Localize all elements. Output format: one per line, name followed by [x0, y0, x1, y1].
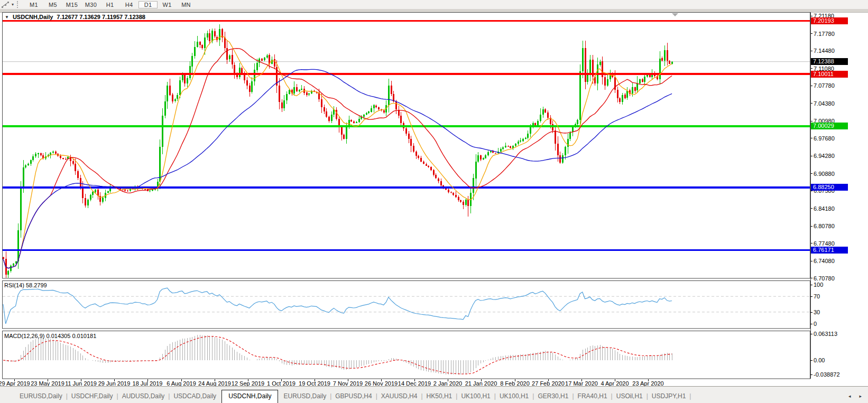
macd-tick-label: 0.063113 — [814, 331, 837, 337]
tab-xauusd-h4[interactable]: XAUUSD,H4 — [377, 390, 421, 403]
price-tick-label: 6.94280 — [814, 153, 835, 159]
rsi-tick-label: 0 — [814, 321, 817, 327]
price-tick-label: 6.70780 — [814, 275, 835, 282]
rsi-tick-label: 30 — [814, 309, 820, 315]
tab-separator: | — [689, 390, 691, 403]
chart-tab-bar: EURUSD,Daily|USDCHF,Daily|AUDUSD,Daily|U… — [0, 386, 868, 403]
price-tick-label: 6.97680 — [814, 135, 835, 142]
tab-hk50-h1[interactable]: HK50,H1 — [423, 390, 456, 403]
tab-usdcad-daily[interactable]: USDCAD,Daily — [170, 390, 220, 403]
price-tick-label: 7.07780 — [814, 82, 835, 89]
tab-usdcnh-daily[interactable]: USDCNH,Daily — [221, 390, 278, 403]
price-badge-7-12388: 7.12388 — [811, 58, 848, 65]
chart-tab-list: EURUSD,Daily|USDCHF,Daily|AUDUSD,Daily|U… — [0, 387, 691, 403]
chart-canvas[interactable] — [0, 0, 868, 403]
price-badge-7-10011: 7.10011 — [811, 71, 848, 78]
tab-scroll-right-icon[interactable]: ▸ — [859, 394, 862, 399]
tab-audusd-daily[interactable]: AUDUSD,Daily — [118, 390, 169, 403]
price-badge-7-20193: 7.20193 — [811, 17, 848, 24]
rsi-tick-label: 70 — [814, 293, 820, 299]
tab-usdjpy-h1[interactable]: USDJPY,H1 — [648, 390, 689, 403]
tab-uk100-h1[interactable]: UK100,H1 — [496, 390, 532, 403]
price-tick-label: 6.90880 — [814, 171, 835, 177]
price-tick-label: 7.04380 — [814, 100, 835, 107]
tab-ger30-h1[interactable]: GER30,H1 — [534, 390, 572, 403]
tab-scroll-left-icon[interactable]: ◂ — [848, 394, 851, 399]
tab-eurusd-daily[interactable]: EURUSD,Daily — [16, 390, 66, 403]
tab-scroll-arrows: ◂ ▸ — [848, 394, 862, 399]
macd-indicator-label: MACD(12,26,9) 0.014305 0.010181 — [4, 333, 96, 339]
price-tick-label: 7.17780 — [814, 31, 835, 37]
price-tick-label: 6.77480 — [814, 240, 835, 247]
chart-symbol-period: USDCNH,Daily — [13, 14, 53, 20]
tab-usdchf-daily[interactable]: USDCHF,Daily — [68, 390, 117, 403]
tab-eurusd-daily[interactable]: EURUSD,Daily — [280, 390, 330, 403]
chart-dropdown-icon[interactable]: ▼ — [5, 15, 9, 20]
price-tick-label: 6.74080 — [814, 258, 835, 264]
macd-tick-label: 0.00 — [814, 357, 825, 363]
tab-fra40-h1[interactable]: FRA40,H1 — [574, 390, 611, 403]
tab-gbpusd-h4[interactable]: GBPUSD,H4 — [331, 390, 375, 403]
price-badge-7-00029: 7.00029 — [811, 123, 848, 129]
price-badge-6-76171: 6.76171 — [811, 247, 848, 254]
price-badge-6-88250: 6.88250 — [811, 184, 848, 191]
tab-uk100-h1[interactable]: UK100,H1 — [457, 390, 494, 403]
chart-title: ▼ USDCNH,Daily 7.12677 7.13629 7.11957 7… — [5, 14, 145, 20]
rsi-tick-label: 100 — [814, 282, 823, 288]
price-tick-label: 7.14480 — [814, 48, 835, 54]
price-tick-label: 6.80780 — [814, 223, 835, 229]
rsi-indicator-label: RSI(14) 58.2799 — [4, 282, 47, 288]
price-tick-label: 6.84180 — [814, 205, 835, 212]
mt4-window: ▾ M1M5M15M30H1H4D1W1MN ▼ USDCNH,Daily 7.… — [0, 0, 868, 403]
tab-usoil-h1[interactable]: USOil,H1 — [613, 390, 647, 403]
chart-ohlc-values: 7.12677 7.13629 7.11957 7.12388 — [57, 14, 145, 20]
macd-tick-label: -0.038872 — [814, 371, 840, 378]
